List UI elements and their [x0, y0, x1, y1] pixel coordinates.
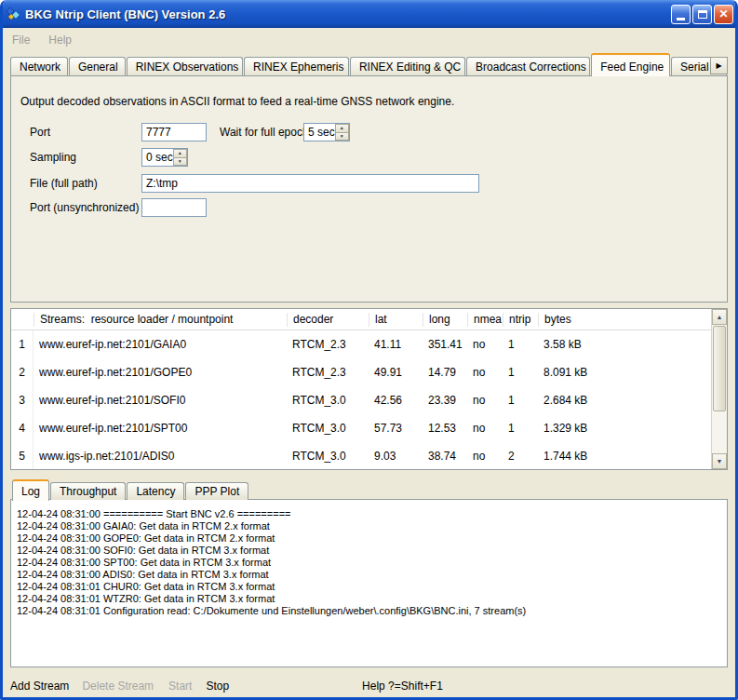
port-label: Port — [30, 126, 50, 139]
spin-up-icon: ▲ — [340, 126, 344, 130]
port-input[interactable] — [141, 123, 207, 141]
bottom-tab-bar: Log Throughput Latency PPP Plot — [12, 478, 249, 500]
cell-nmea: no — [467, 450, 503, 463]
close-icon: ✕ — [718, 8, 728, 20]
wait-epoch-spinner[interactable]: 5 sec ▲ ▼ — [303, 123, 350, 141]
sampling-spin-up-button[interactable]: ▲ — [173, 149, 187, 158]
log-line: 12-04-24 08:31:00 ========== Start BNC v… — [17, 508, 721, 520]
scrollbar-up-button[interactable]: ▲ — [712, 309, 727, 325]
cell-decoder: RTCM_3.0 — [287, 450, 369, 463]
stop-button[interactable]: Stop — [206, 680, 229, 693]
tab-rinex-ephemeris[interactable]: RINEX Ephemeris — [244, 57, 349, 76]
scroll-down-icon: ▼ — [717, 458, 723, 464]
panel-description: Output decoded observations in ASCII for… — [20, 95, 454, 108]
cell-lat: 42.56 — [369, 394, 423, 407]
table-row[interactable]: 5 www.igs-ip.net:2101/ADIS0 RTCM_3.0 9.0… — [11, 442, 711, 469]
cell-ntrip: 1 — [503, 338, 538, 351]
table-row[interactable]: 4 www.euref-ip.net:2101/SPT00 RTCM_3.0 5… — [11, 414, 711, 442]
cell-decoder: RTCM_3.0 — [287, 422, 369, 435]
log-line: 12-04-24 08:31:01 CHUR0: Get data in RTC… — [17, 581, 721, 593]
sampling-label: Sampling — [30, 151, 76, 164]
tab-latency[interactable]: Latency — [127, 482, 184, 500]
wait-epoch-label: Wait for full epoch — [220, 126, 309, 139]
cell-ntrip: 2 — [503, 450, 538, 463]
minimize-button[interactable] — [671, 5, 691, 24]
app-icon — [6, 7, 20, 21]
titlebar[interactable]: BKG Ntrip Client (BNC) Version 2.6 ✕ — [0, 0, 738, 28]
table-row[interactable]: 3 www.euref-ip.net:2101/SOFI0 RTCM_3.0 4… — [11, 386, 711, 414]
maximize-button[interactable] — [692, 5, 712, 24]
tab-rinex-editing-qc[interactable]: RINEX Editing & QC — [350, 57, 465, 76]
cell-bytes: 1.329 kB — [538, 422, 711, 435]
cell-lat: 9.03 — [369, 450, 423, 463]
log-line: 12-04-24 08:31:01 WTZR0: Get data in RTC… — [17, 593, 721, 605]
sampling-spinner[interactable]: 0 sec ▲ ▼ — [141, 148, 188, 167]
cell-long: 14.79 — [423, 366, 467, 379]
log-line: 12-04-24 08:31:01 Configuration read: C:… — [17, 605, 721, 617]
row-number: 1 — [11, 330, 34, 358]
table-header-row: Streams: resource loader / mountpoint de… — [11, 309, 711, 330]
tab-throughput[interactable]: Throughput — [50, 482, 126, 500]
spin-up-icon: ▲ — [178, 151, 182, 155]
add-stream-button[interactable]: Add Stream — [10, 680, 69, 693]
tab-rinex-observations[interactable]: RINEX Observations — [127, 57, 243, 76]
wait-epoch-spin-down-button[interactable]: ▼ — [335, 133, 349, 141]
tab-general[interactable]: General — [69, 57, 126, 76]
header-mountpoint[interactable]: Streams: resource loader / mountpoint — [34, 313, 287, 327]
tab-log[interactable]: Log — [12, 479, 49, 501]
table-row[interactable]: 2 www.euref-ip.net:2101/GOPE0 RTCM_2.3 4… — [11, 358, 711, 386]
sampling-spin-down-button[interactable]: ▼ — [173, 158, 187, 167]
header-ntrip[interactable]: ntrip — [503, 313, 538, 327]
menu-file[interactable]: File — [12, 34, 30, 47]
cell-decoder: RTCM_2.3 — [287, 366, 369, 379]
cell-long: 351.41 — [423, 338, 467, 351]
file-path-label: File (full path) — [30, 177, 98, 190]
row-number: 3 — [11, 386, 34, 414]
start-button[interactable]: Start — [168, 680, 192, 693]
row-number: 5 — [11, 442, 34, 469]
cell-bytes: 2.684 kB — [538, 394, 711, 407]
table-scrollbar[interactable]: ▲ ▼ — [711, 309, 727, 469]
cell-bytes: 8.091 kB — [538, 366, 711, 379]
header-long[interactable]: long — [423, 313, 467, 327]
cell-bytes: 3.58 kB — [538, 338, 711, 351]
tab-broadcast-corrections[interactable]: Broadcast Corrections — [466, 57, 590, 76]
log-line: 12-04-24 08:31:00 GAIA0: Get data in RTC… — [17, 520, 721, 532]
cell-lat: 41.11 — [369, 338, 423, 351]
menu-help[interactable]: Help — [48, 34, 72, 47]
file-path-input[interactable] — [141, 174, 479, 193]
close-button[interactable]: ✕ — [714, 5, 733, 24]
header-lat[interactable]: lat — [369, 313, 423, 327]
tab-scroll-right-button[interactable]: ▶ — [710, 57, 728, 74]
tab-feed-engine[interactable]: Feed Engine — [591, 53, 670, 76]
chevron-right-icon: ▶ — [716, 61, 721, 70]
cell-mountpoint: www.euref-ip.net:2101/SOFI0 — [34, 394, 287, 407]
cell-decoder: RTCM_2.3 — [287, 338, 369, 351]
wait-epoch-spin-up-button[interactable]: ▲ — [335, 124, 349, 133]
log-line: 12-04-24 08:31:00 SPT00: Get data in RTC… — [17, 557, 721, 569]
table-row[interactable]: 1 www.euref-ip.net:2101/GAIA0 RTCM_2.3 4… — [11, 330, 711, 358]
scrollbar-thumb[interactable] — [713, 326, 726, 411]
port-unsync-input[interactable] — [141, 198, 207, 217]
header-decoder[interactable]: decoder — [287, 313, 369, 327]
feed-engine-panel: Output decoded observations in ASCII for… — [10, 75, 728, 303]
sampling-value: 0 sec — [142, 149, 173, 166]
cell-nmea: no — [467, 422, 503, 435]
cell-nmea: no — [467, 338, 503, 351]
row-number: 2 — [11, 358, 34, 386]
minimize-icon — [677, 18, 685, 20]
log-line: 12-04-24 08:31:00 SOFI0: Get data in RTC… — [17, 545, 721, 557]
header-bytes[interactable]: bytes — [538, 313, 711, 327]
tab-ppp-plot[interactable]: PPP Plot — [185, 482, 248, 500]
scrollbar-down-button[interactable]: ▼ — [712, 453, 727, 469]
menubar: File Help — [3, 28, 735, 51]
tab-network[interactable]: Network — [10, 57, 68, 76]
streams-table: Streams: resource loader / mountpoint de… — [10, 308, 728, 470]
port-unsync-label: Port (unsynchronized) — [30, 201, 139, 214]
cell-nmea: no — [467, 394, 503, 407]
cell-lat: 57.73 — [369, 422, 423, 435]
scroll-up-icon: ▲ — [717, 314, 723, 320]
header-nmea[interactable]: nmea — [467, 313, 503, 327]
delete-stream-button[interactable]: Delete Stream — [82, 680, 154, 693]
log-panel[interactable]: 12-04-24 08:31:00 ========== Start BNC v… — [10, 499, 728, 667]
